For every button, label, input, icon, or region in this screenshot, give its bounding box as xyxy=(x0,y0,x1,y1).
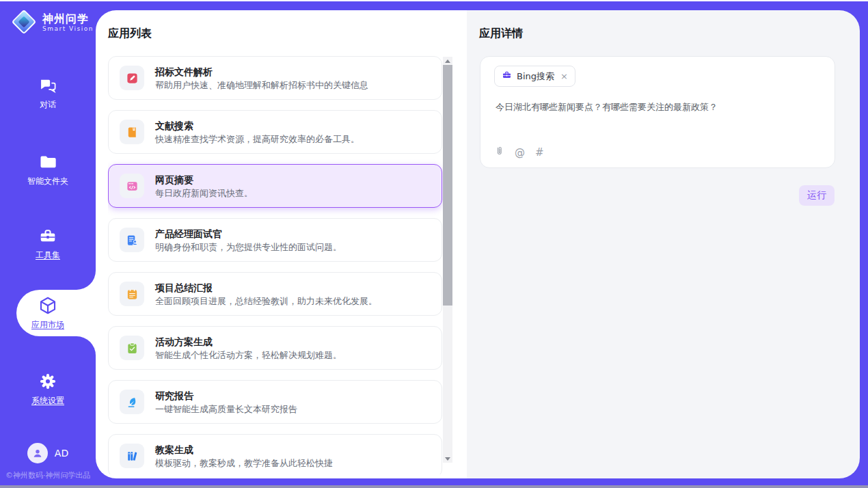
brand-name: 神州问学 xyxy=(42,12,94,25)
tool-chip-label: Bing搜索 xyxy=(517,70,554,83)
app-card-title: 项目总结汇报 xyxy=(155,282,377,293)
run-button[interactable]: 运行 xyxy=(799,185,835,206)
app-card-literature-search[interactable]: 文献搜索 快速精准查找学术资源，提高研究效率的必备工具。 xyxy=(108,110,442,154)
clipboard-check-icon xyxy=(120,336,144,360)
mention-icon[interactable]: @ xyxy=(515,147,525,158)
app-card-project-summary[interactable]: 项目总结汇报 全面回顾项目进展，总结经验教训，助力未来优化发展。 xyxy=(108,272,442,316)
app-card-title: 网页摘要 xyxy=(155,174,253,185)
sidebar-item-label: 工具集 xyxy=(36,249,60,261)
sidebar-item-smart-folder[interactable]: 智能文件夹 xyxy=(0,152,96,187)
scroll-up-arrow-icon[interactable] xyxy=(443,57,452,65)
gear-icon xyxy=(38,371,58,392)
tool-chip-bing-search[interactable]: Bing搜索 × xyxy=(494,66,575,87)
app-card-title: 文献搜索 xyxy=(155,120,360,131)
app-card-tender-doc-analysis[interactable]: 招标文件解析 帮助用户快速、准确地理解和解析招标书中的关键信息 xyxy=(108,56,442,100)
prompt-text: 今日湖北有哪些新闻要点？有哪些需要关注的最新政策？ xyxy=(496,100,817,113)
tender-doc-icon xyxy=(120,66,144,90)
sidebar-fillet-bottom xyxy=(77,336,96,355)
attachment-icon[interactable] xyxy=(494,146,504,159)
app-card-desc: 帮助用户快速、准确地理解和解析招标书中的关键信息 xyxy=(155,80,368,90)
app-card-desc: 模板驱动，教案秒成，教学准备从此轻松快捷 xyxy=(155,458,333,468)
app-list-title: 应用列表 xyxy=(108,27,152,41)
app-card-lesson-plan[interactable]: 教案生成 模板驱动，教案秒成，教学准备从此轻松快捷 xyxy=(108,434,442,474)
books-icon xyxy=(120,444,144,468)
app-card-pm-interviewer[interactable]: 产品经理面试官 明确身份和职责，为您提供专业性的面试问题。 xyxy=(108,218,442,262)
main-content: 应用列表 招标文件解析 帮助用户快速、准确地理解和解析招标书中的关键信息 xyxy=(96,10,860,478)
prompt-toolbar: @ # xyxy=(494,146,544,159)
app-card-desc: 一键智能生成高质量长文本研究报告 xyxy=(155,404,297,414)
app-card-title: 教案生成 xyxy=(155,444,333,455)
brand-tagline: Smart Vision xyxy=(42,25,94,32)
sidebar-item-label: 对话 xyxy=(40,99,56,111)
app-detail-title: 应用详情 xyxy=(479,27,523,41)
sidebar-item-app-market[interactable]: 应用市场 xyxy=(0,295,96,331)
sidebar-item-label: 智能文件夹 xyxy=(27,176,68,187)
app-card-desc: 明确身份和职责，为您提供专业性的面试问题。 xyxy=(155,242,342,252)
app-list: 招标文件解析 帮助用户快速、准确地理解和解析招标书中的关键信息 文献搜索 快速精… xyxy=(108,56,443,474)
app-card-event-plan[interactable]: 活动方案生成 智能生成个性化活动方案，轻松解决规划难题。 xyxy=(108,326,442,370)
scrollbar-thumb[interactable] xyxy=(443,65,452,306)
interviewer-icon xyxy=(120,228,144,252)
book-icon xyxy=(120,120,144,144)
app-card-title: 活动方案生成 xyxy=(155,336,342,347)
prompt-input[interactable]: Bing搜索 × 今日湖北有哪些新闻要点？有哪些需要关注的最新政策？ @ # xyxy=(480,56,835,168)
user-account[interactable]: AD xyxy=(0,443,96,463)
hash-icon[interactable]: # xyxy=(535,147,544,158)
chat-icon xyxy=(38,75,58,96)
app-card-desc: 每日政府新闻资讯快查。 xyxy=(155,188,253,198)
brand-logo-icon xyxy=(11,9,37,35)
sidebar-item-chat[interactable]: 对话 xyxy=(0,75,96,111)
avatar xyxy=(27,443,48,463)
folder-icon xyxy=(38,152,58,172)
cube-icon xyxy=(38,295,58,316)
user-name: AD xyxy=(55,448,68,459)
sidebar-item-label: 系统设置 xyxy=(31,395,64,407)
sidebar-fillet-top xyxy=(77,271,96,290)
webpage-icon xyxy=(120,174,144,198)
app-card-research-report[interactable]: 研究报告 一键智能生成高质量长文本研究报告 xyxy=(108,380,442,424)
app-card-title: 招标文件解析 xyxy=(155,66,368,77)
window-bottom-strip xyxy=(0,485,868,488)
scroll-down-arrow-icon[interactable] xyxy=(443,455,452,463)
app-card-desc: 全面回顾项目进展，总结经验教训，助力未来优化发展。 xyxy=(155,296,377,306)
sidebar: 神州问学 Smart Vision 对话 智能文件夹 工具集 xyxy=(0,1,96,485)
app-list-scrollbar xyxy=(443,57,452,463)
app-detail-pane: 应用详情 Bing搜索 × 今日湖北有哪些新闻要点？有哪些需要关注的最新政策？ … xyxy=(467,10,860,478)
notepad-icon xyxy=(120,282,144,306)
app-card-title: 研究报告 xyxy=(155,390,297,401)
app-card-desc: 快速精准查找学术资源，提高研究效率的必备工具。 xyxy=(155,134,360,144)
sidebar-item-settings[interactable]: 系统设置 xyxy=(0,371,96,407)
copyright-text: ©神州数码·神州问学出品 xyxy=(5,470,91,480)
brand-logo: 神州问学 Smart Vision xyxy=(11,9,94,35)
sidebar-item-toolset[interactable]: 工具集 xyxy=(0,226,96,261)
research-icon xyxy=(120,390,144,414)
briefcase-icon xyxy=(502,70,512,83)
close-icon[interactable]: × xyxy=(560,71,568,81)
toolbox-icon xyxy=(38,226,58,246)
app-card-desc: 智能生成个性化活动方案，轻松解决规划难题。 xyxy=(155,350,342,360)
sidebar-item-label: 应用市场 xyxy=(31,319,64,331)
app-window: 神州问学 Smart Vision 对话 智能文件夹 工具集 xyxy=(0,0,868,488)
app-card-title: 产品经理面试官 xyxy=(155,228,342,239)
app-card-web-summary[interactable]: 网页摘要 每日政府新闻资讯快查。 xyxy=(108,164,442,208)
app-list-pane: 应用列表 招标文件解析 帮助用户快速、准确地理解和解析招标书中的关键信息 xyxy=(96,10,467,478)
